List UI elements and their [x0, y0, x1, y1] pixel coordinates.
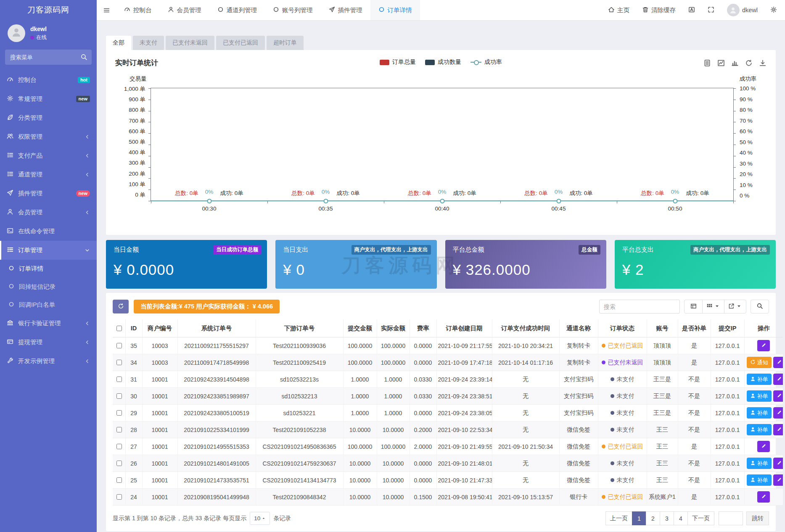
order-id: 30 — [125, 388, 142, 405]
paid-time: 2021-09-10 21:50:34 — [492, 438, 559, 455]
sidebar-item[interactable]: 在线命令管理 — [0, 222, 97, 241]
legend-item[interactable]: 成功率 — [470, 58, 502, 66]
jump-page-input[interactable] — [719, 511, 743, 525]
sidebar-item[interactable]: 会员管理 — [0, 203, 97, 222]
person-icon — [750, 410, 756, 416]
row-checkbox[interactable] — [116, 494, 122, 500]
row-checkbox[interactable] — [116, 410, 122, 416]
reissue-action-button[interactable]: 补单 — [747, 390, 772, 402]
language-button[interactable] — [683, 0, 700, 20]
topnav-item[interactable]: 订单详情 — [370, 0, 420, 20]
row-checkbox[interactable] — [116, 393, 122, 399]
fullscreen-button[interactable] — [702, 0, 720, 20]
sidebar-subitem[interactable]: 回调IP白名单 — [0, 296, 97, 314]
page-size-select[interactable]: 10 — [250, 512, 270, 525]
toolbox-line-chart-icon[interactable] — [717, 59, 725, 68]
jump-button[interactable]: 跳转 — [746, 511, 769, 525]
tab-已支付未返回[interactable]: 已支付未返回 — [166, 36, 214, 50]
toolbox-save-image-icon[interactable] — [759, 59, 766, 68]
topnav-item[interactable]: 控制台 — [116, 0, 160, 20]
actions-cell: 补单 — [744, 472, 783, 489]
sidebar-item[interactable]: 权限管理 — [0, 127, 97, 146]
topnav-item[interactable]: 会员管理 — [160, 0, 209, 20]
settings-button[interactable] — [765, 0, 782, 20]
topnav-item[interactable]: 账号列管理 — [265, 0, 321, 20]
row-checkbox[interactable] — [116, 477, 122, 483]
reissue-action-button[interactable]: 补单 — [747, 474, 772, 486]
tab-超时订单[interactable]: 超时订单 — [267, 36, 304, 50]
page-button-2[interactable]: 2 — [646, 511, 660, 525]
y-axis-tick — [733, 88, 736, 89]
search-button[interactable] — [751, 300, 769, 313]
merchant-no: 10001 — [142, 405, 177, 421]
page-button-4[interactable]: 4 — [674, 511, 688, 525]
edit-action-button[interactable] — [773, 357, 783, 368]
sidebar-item[interactable]: 控制台hot — [0, 71, 97, 90]
row-checkbox[interactable] — [116, 427, 122, 432]
sidebar-search-input[interactable] — [5, 50, 92, 65]
next-page-button[interactable]: 下一页 — [687, 511, 714, 525]
search-icon[interactable] — [80, 53, 87, 61]
reissue-action-button[interactable]: 补单 — [747, 407, 772, 419]
sidebar-item[interactable]: 支付产品 — [0, 146, 97, 165]
reissue-action-button[interactable]: 补单 — [747, 458, 772, 469]
edit-action-button[interactable] — [773, 458, 783, 469]
table-search-input[interactable] — [599, 300, 680, 313]
notify-action-button[interactable]: 通知 — [747, 357, 772, 368]
prev-page-button[interactable]: 上一页 — [605, 511, 632, 525]
edit-action-button[interactable] — [757, 441, 770, 452]
edit-action-button[interactable] — [773, 474, 783, 486]
sidebar-item[interactable]: 常规管理new — [0, 90, 97, 108]
menu-toggle-icon[interactable] — [97, 7, 116, 14]
columns-button[interactable] — [702, 300, 724, 313]
sidebar-item[interactable]: 通道管理 — [0, 165, 97, 184]
leaf-icon — [7, 114, 13, 122]
select-all-checkbox[interactable] — [116, 326, 122, 331]
legend-item[interactable]: 订单总量 — [380, 58, 416, 66]
pencil-icon — [777, 460, 782, 467]
row-checkbox[interactable] — [116, 360, 122, 365]
sidebar-item[interactable]: 提现管理 — [0, 333, 97, 352]
chevron-down-icon — [85, 248, 90, 253]
toolbox-data-view-icon[interactable] — [703, 59, 711, 68]
row-checkbox[interactable] — [116, 343, 122, 348]
home-button[interactable]: 主页 — [603, 0, 635, 20]
toolbox-bar-chart-icon[interactable] — [731, 59, 739, 68]
y-tick-label: 10 % — [740, 182, 753, 188]
sidebar-item[interactable]: 分类管理 — [0, 108, 97, 127]
tab-全部[interactable]: 全部 — [106, 36, 131, 50]
sidebar-item[interactable]: 开发示例管理 — [0, 352, 97, 371]
refresh-button[interactable] — [113, 300, 129, 313]
topnav-item-label: 插件管理 — [338, 6, 362, 14]
topnav-item[interactable]: 通道列管理 — [209, 0, 265, 20]
sidebar-item[interactable]: 插件管理new — [0, 184, 97, 203]
sidebar-subitem[interactable]: 订单详情 — [0, 260, 97, 278]
status-dot — [611, 428, 614, 432]
toolbox-restore-icon[interactable] — [745, 59, 753, 68]
tab-未支付[interactable]: 未支付 — [133, 36, 164, 50]
row-checkbox[interactable] — [116, 461, 122, 466]
row-checkbox[interactable] — [116, 377, 122, 382]
edit-action-button[interactable] — [773, 424, 783, 435]
reissue-action-button[interactable]: 补单 — [747, 424, 772, 435]
reissue-action-button[interactable]: 补单 — [747, 374, 772, 385]
page-button-1[interactable]: 1 — [632, 511, 646, 525]
legend-item[interactable]: 成功数量 — [425, 58, 461, 66]
toggle-pagination-button[interactable] — [684, 300, 703, 313]
user-menu[interactable]: dkewl — [722, 0, 763, 20]
sidebar-item[interactable]: 银行卡验证管理 — [0, 314, 97, 333]
page-button-3[interactable]: 3 — [660, 511, 674, 525]
export-button[interactable] — [724, 300, 746, 313]
edit-action-button[interactable] — [757, 491, 770, 503]
sidebar-item[interactable]: 订单管理 — [0, 241, 97, 260]
tab-已支付已返回[interactable]: 已支付已返回 — [216, 36, 265, 50]
edit-action-button[interactable] — [773, 407, 783, 419]
edit-action-button[interactable] — [757, 340, 770, 351]
edit-action-button[interactable] — [773, 374, 783, 385]
edit-action-button[interactable] — [773, 390, 783, 402]
clear-cache-button[interactable]: 清除缓存 — [637, 0, 681, 20]
topnav-item[interactable]: 插件管理 — [321, 0, 370, 20]
total-label: 总数: 0单 — [175, 190, 198, 197]
row-checkbox[interactable] — [116, 444, 122, 449]
sidebar-subitem[interactable]: 回掉短信记录 — [0, 278, 97, 296]
